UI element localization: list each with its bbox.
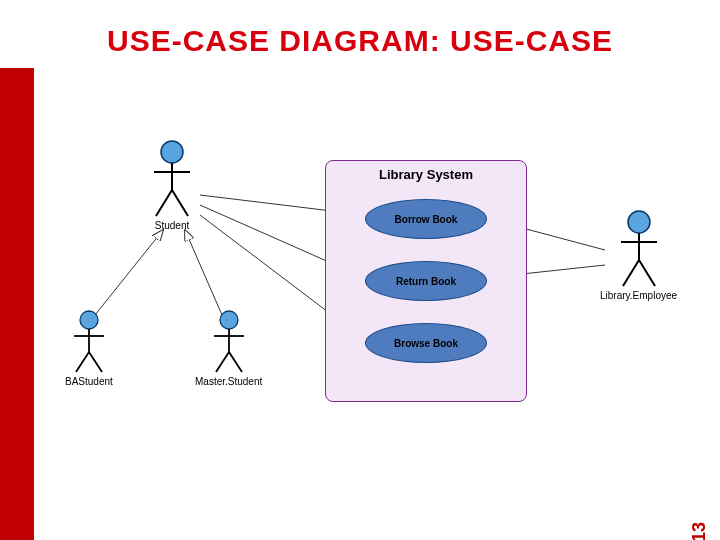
actor-librarian: Library.Employee bbox=[600, 210, 677, 301]
system-title: Library System bbox=[326, 167, 526, 182]
slide-title: USE-CASE DIAGRAM: USE-CASE bbox=[0, 24, 720, 58]
actor-label: Library.Employee bbox=[600, 290, 677, 301]
svg-line-5 bbox=[95, 230, 163, 315]
svg-line-15 bbox=[76, 352, 89, 372]
actor-label: Student bbox=[148, 220, 196, 231]
svg-line-6 bbox=[185, 230, 222, 315]
svg-line-16 bbox=[89, 352, 102, 372]
use-case-diagram: Library System Borrow Book Return Book B… bbox=[40, 100, 700, 470]
svg-line-21 bbox=[229, 352, 242, 372]
accent-bar bbox=[0, 68, 34, 540]
actor-ba-student: BAStudent bbox=[65, 310, 113, 387]
svg-line-26 bbox=[639, 260, 655, 286]
page-number: 13 bbox=[689, 522, 710, 540]
actor-master-student: Master.Student bbox=[195, 310, 262, 387]
svg-line-25 bbox=[623, 260, 639, 286]
system-boundary: Library System Borrow Book Return Book B… bbox=[325, 160, 527, 402]
stick-figure-icon bbox=[148, 140, 196, 218]
use-case-browse: Browse Book bbox=[365, 323, 487, 363]
svg-point-22 bbox=[628, 211, 650, 233]
stick-figure-icon bbox=[209, 310, 249, 374]
svg-point-7 bbox=[161, 141, 183, 163]
svg-point-17 bbox=[220, 311, 238, 329]
use-case-return: Return Book bbox=[365, 261, 487, 301]
actor-label: Master.Student bbox=[195, 376, 262, 387]
actor-label: BAStudent bbox=[65, 376, 113, 387]
actor-student: Student bbox=[148, 140, 196, 231]
svg-line-20 bbox=[216, 352, 229, 372]
stick-figure-icon bbox=[615, 210, 663, 288]
svg-point-12 bbox=[80, 311, 98, 329]
svg-line-11 bbox=[172, 190, 188, 216]
use-case-borrow: Borrow Book bbox=[365, 199, 487, 239]
stick-figure-icon bbox=[69, 310, 109, 374]
svg-line-10 bbox=[156, 190, 172, 216]
slide: USE-CASE DIAGRAM: USE-CASE 13 Library bbox=[0, 0, 720, 540]
